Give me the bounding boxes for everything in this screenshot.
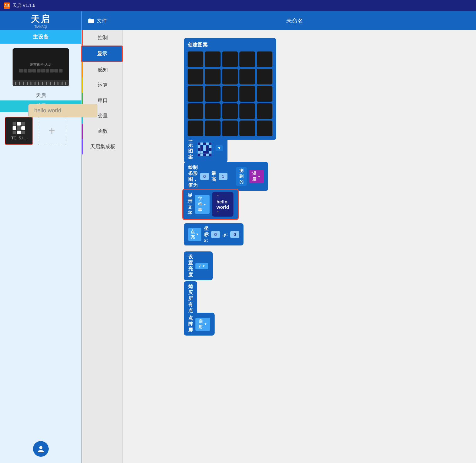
- category-menu: 控制 显示 感知 运算 串口 变量 函数 天启集成板: [82, 30, 123, 463]
- led-screen-arrow: ▼: [204, 322, 207, 326]
- draw-bar-chart-block[interactable]: 绘制条形图，值为 0 最高 1 测到的 温度 ▼: [184, 162, 268, 191]
- logo-sub: TIANAQI: [31, 25, 51, 29]
- sidebar-bottom: [0, 435, 81, 463]
- brightness-arrow: ▼: [202, 264, 205, 268]
- svg-point-0: [39, 446, 42, 449]
- create-pattern-title: 创建图案: [188, 42, 272, 48]
- user-avatar[interactable]: [33, 441, 49, 457]
- bar-value-badge[interactable]: 0: [200, 173, 209, 180]
- pattern-dropdown[interactable]: ▼: [216, 145, 223, 151]
- sensor-label: 测到的: [236, 167, 247, 186]
- string-value-badge[interactable]: " hello world ": [212, 192, 233, 217]
- main-layout: 主设备 东方创科·天启: [0, 30, 476, 463]
- create-pattern-block[interactable]: 创建图案: [184, 38, 276, 140]
- hello-world-input[interactable]: hello world: [28, 104, 97, 117]
- brightness-label: 设置亮度: [188, 254, 193, 278]
- user-icon: [37, 445, 45, 453]
- x-value[interactable]: 0: [211, 231, 220, 238]
- light-arrow: ▼: [196, 233, 199, 236]
- light-up-block[interactable]: 点亮 ▼ 坐标 x: 0 ,y: 0: [184, 223, 243, 245]
- string-arrow: ▼: [203, 203, 206, 206]
- category-tianqi[interactable]: 天启集成板: [82, 139, 122, 154]
- category-ops[interactable]: 运算: [82, 78, 122, 93]
- pattern-preview: [197, 142, 212, 155]
- draw-bar-label: 绘制条形图，值为: [188, 164, 198, 188]
- led-grid: [188, 51, 272, 136]
- device-image: 东方创科·天启: [13, 48, 69, 86]
- header-logo: 天启 TIANAQI: [0, 11, 82, 30]
- logo-text: 天启: [31, 13, 51, 25]
- category-sense[interactable]: 感知: [82, 62, 122, 78]
- expand-item-label: TQ_S1...: [11, 136, 26, 140]
- show-text-block[interactable]: 显示文字 字符串 ▼ " hello world ": [182, 189, 239, 220]
- category-func[interactable]: 函数: [82, 124, 122, 139]
- main-device-label: 主设备: [0, 30, 81, 44]
- app-title: 天启 V1.1.6: [13, 3, 35, 8]
- show-text-label: 显示文字: [188, 192, 192, 216]
- temp-dropdown[interactable]: 温度 ▼: [249, 170, 264, 183]
- header: 天启 TIANAQI 文件 未命名: [0, 11, 476, 30]
- brightness-value[interactable]: 7 ▼: [195, 263, 208, 269]
- file-label: 文件: [97, 18, 107, 24]
- expand-items: TQ_S1... +: [0, 112, 81, 150]
- string-type-badge[interactable]: 字符串 ▼: [195, 195, 210, 214]
- y-label: ,y:: [222, 232, 228, 237]
- device-name: 天启: [0, 91, 81, 100]
- expand-item-tqs1[interactable]: TQ_S1...: [5, 117, 33, 145]
- bar-max-badge[interactable]: 1: [219, 173, 227, 180]
- max-label: 最高: [211, 170, 216, 182]
- add-expand-button[interactable]: +: [38, 117, 66, 145]
- app-icon: AiS: [4, 3, 10, 9]
- add-label: +: [48, 124, 55, 137]
- led-screen-state[interactable]: 启用 ▼: [195, 318, 210, 331]
- title-bar: AiS 天启 V1.1.6: [0, 0, 476, 11]
- category-display[interactable]: 显示: [82, 46, 122, 62]
- temp-arrow: ▼: [258, 175, 261, 178]
- document-title: 未命名: [113, 17, 476, 24]
- category-control[interactable]: 控制: [82, 30, 122, 46]
- led-screen-label: 点阵屏: [188, 315, 193, 333]
- folder-icon: [88, 18, 94, 24]
- led-screen-block[interactable]: 点阵屏 启用 ▼: [184, 313, 215, 336]
- light-toggle[interactable]: 点亮 ▼: [188, 228, 201, 241]
- sidebar: 主设备 东方创科·天启: [0, 30, 82, 463]
- coord-x-label: 坐标 x:: [204, 226, 209, 243]
- header-file-section[interactable]: 文件: [82, 18, 113, 24]
- brightness-block[interactable]: 设置亮度 7 ▼: [184, 251, 213, 280]
- y-value[interactable]: 0: [230, 231, 239, 238]
